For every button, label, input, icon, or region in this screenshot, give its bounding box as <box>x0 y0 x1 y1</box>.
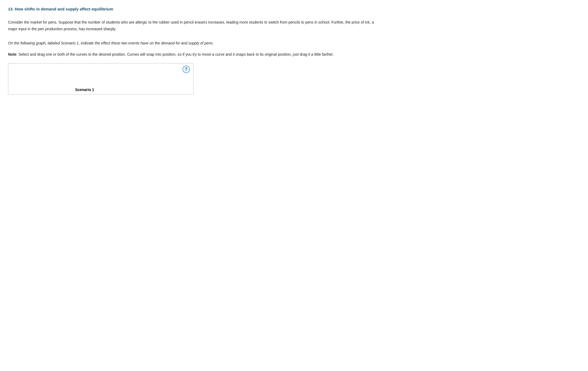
svg-text:10: 10 <box>28 99 32 100</box>
chart-plot[interactable]: 012345678910012345678910D₁D₂S₁S₂ <box>20 96 160 100</box>
graph-instruction: On the following graph, labeled Scenario… <box>8 40 383 47</box>
question-number: 13. <box>8 7 14 11</box>
question-prompt: Consider the market for pens. Suppose th… <box>8 19 383 32</box>
question-title-text: How shifts in demand and supply affect e… <box>15 7 113 11</box>
graph-container: ? Scenario 1 PRICE (Dollars per pen) 012… <box>8 63 193 94</box>
help-icon[interactable]: ? <box>182 66 190 73</box>
note-label: Note <box>8 52 16 56</box>
question-title: 13. How shifts in demand and supply affe… <box>8 5 580 13</box>
chart-title: Scenario 1 <box>0 86 177 93</box>
note-body: : Select and drag one or both of the cur… <box>16 52 334 56</box>
graph-note: Note: Select and drag one or both of the… <box>8 51 383 58</box>
